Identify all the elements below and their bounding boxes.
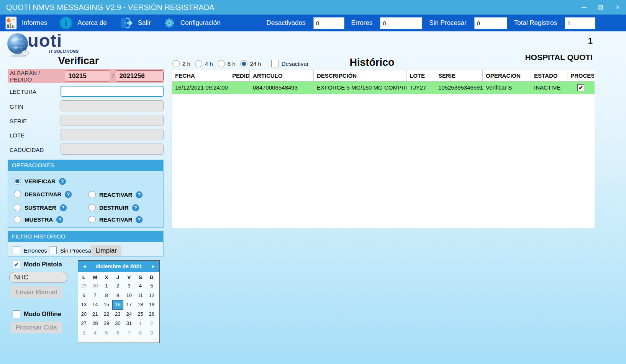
calendar-day[interactable]: 7: [90, 291, 101, 300]
calendar-day[interactable]: 5: [146, 281, 157, 291]
calendar-day[interactable]: 30: [90, 281, 101, 291]
calendar-day[interactable]: 19: [146, 300, 157, 310]
calendar-day[interactable]: 30: [112, 319, 124, 328]
help-icon[interactable]: ?: [56, 216, 63, 223]
calendar-day[interactable]: 21: [90, 310, 101, 319]
calendar-day[interactable]: 27: [78, 319, 90, 328]
calendar-day[interactable]: 7: [123, 328, 135, 338]
help-icon[interactable]: ?: [136, 191, 143, 198]
calendar-day[interactable]: 9: [146, 328, 157, 338]
calendar-day[interactable]: 8: [101, 291, 112, 300]
counter-errores-value[interactable]: 0: [380, 17, 422, 29]
column-header-pedido[interactable]: PEDIDO: [229, 70, 250, 82]
albaran-input[interactable]: 10215: [65, 70, 110, 82]
checkbox-sin-procesar[interactable]: Sin Procesar: [49, 246, 93, 254]
calendar-day[interactable]: 29: [101, 319, 112, 328]
radio-option-reactivar-2[interactable]: REACTIVAR ?: [88, 216, 143, 223]
checkbox-label: Sin Procesar: [60, 247, 93, 254]
calendar-day[interactable]: 15: [101, 300, 112, 310]
calendar-day[interactable]: 14: [90, 300, 101, 310]
limpiar-button[interactable]: Limpiar: [91, 245, 121, 256]
calendar-prev-icon[interactable]: ◄: [78, 264, 90, 269]
calendar-day[interactable]: 2: [146, 319, 157, 328]
calendar-day-selected[interactable]: 16: [112, 300, 124, 310]
checkbox-desactivar[interactable]: Desactivar: [271, 60, 309, 67]
calendar-day[interactable]: 8: [135, 328, 146, 338]
calendar-day[interactable]: 4: [135, 281, 146, 291]
calendar-day[interactable]: 3: [123, 281, 135, 291]
lectura-input[interactable]: [61, 86, 164, 97]
table-row[interactable]: 16/12/2021 09:24:00 08470006548493 EXFOR…: [172, 82, 595, 94]
radio-4h[interactable]: 4 h: [195, 60, 213, 67]
calendar-day[interactable]: 22: [101, 310, 112, 319]
calendar-day[interactable]: 1: [101, 281, 112, 291]
column-header-descripcion[interactable]: DESCRIPCIÓN: [314, 70, 406, 82]
calendar-day[interactable]: 11: [135, 291, 146, 300]
column-header-estado[interactable]: ESTADO: [531, 70, 567, 82]
menu-item-salir[interactable]: Salir: [119, 17, 158, 29]
column-header-serie[interactable]: SERIE: [435, 70, 483, 82]
help-icon[interactable]: ?: [132, 204, 139, 211]
calendar-day[interactable]: 28: [90, 319, 101, 328]
help-icon[interactable]: ?: [136, 216, 143, 223]
radio-label: SUSTRAER: [25, 204, 56, 211]
pedido-input[interactable]: 2021256: [116, 70, 164, 82]
menu-item-acerca-de[interactable]: i Acerca de: [59, 16, 114, 29]
column-header-operacion[interactable]: OPERACION: [483, 70, 531, 82]
calendar-day[interactable]: 4: [90, 328, 101, 338]
calendar-day[interactable]: 20: [78, 310, 90, 319]
counter-total-registros-value[interactable]: 1: [565, 17, 595, 29]
calendar-day[interactable]: 25: [135, 310, 146, 319]
calendar-day[interactable]: 3: [78, 328, 90, 338]
counter-sin-procesar-value[interactable]: 0: [474, 17, 507, 29]
calendar-day[interactable]: 10: [123, 291, 135, 300]
radio-option-sustraer[interactable]: SUSTRAER ?: [14, 204, 67, 211]
calendar-day-names: L M X J V S D: [78, 272, 159, 281]
menu-item-configuracion[interactable]: Configuración: [163, 17, 228, 29]
radio-option-destruir[interactable]: DESTRUIR ?: [88, 204, 139, 211]
calendar-day[interactable]: 9: [112, 291, 124, 300]
calendar-day[interactable]: 17: [123, 300, 135, 310]
calendar-next-icon[interactable]: ►: [147, 264, 159, 269]
column-header-articulo[interactable]: ARTICULO: [250, 70, 314, 82]
filtro-historico-header: FILTRO HISTÓRICO: [8, 231, 163, 242]
radio-option-desactivar[interactable]: DESACTIVAR ?: [14, 191, 72, 198]
help-icon[interactable]: ?: [60, 204, 67, 211]
help-icon[interactable]: ?: [65, 191, 72, 198]
procesado-checkbox[interactable]: ✔: [577, 84, 584, 91]
calendar-day[interactable]: 6: [112, 328, 124, 338]
radio-option-verificar[interactable]: VERIFICAR ?: [14, 178, 66, 185]
radio-24h[interactable]: 24 h: [240, 60, 261, 67]
calendar-day[interactable]: 2: [112, 281, 124, 291]
radio-8h[interactable]: 8 h: [218, 60, 236, 67]
radio-option-reactivar[interactable]: REACTIVAR ?: [88, 191, 143, 198]
minimize-button[interactable]: [575, 0, 592, 15]
calendar-day[interactable]: 1: [135, 319, 146, 328]
counter-desactivados-value[interactable]: 0: [313, 17, 344, 29]
calendar-day[interactable]: 31: [123, 319, 135, 328]
radio-2h[interactable]: 2 h: [172, 60, 190, 67]
calendar-day[interactable]: 12: [146, 291, 157, 300]
cell-estado: INACTIVE: [531, 82, 567, 94]
calendar-day[interactable]: 24: [123, 310, 135, 319]
calendar-day[interactable]: 29: [78, 281, 90, 291]
column-header-fecha[interactable]: FECHA: [172, 70, 229, 82]
calendar-day[interactable]: 6: [78, 291, 90, 300]
calendar-day[interactable]: 5: [101, 328, 112, 338]
maximize-button[interactable]: [592, 0, 609, 15]
close-button[interactable]: ✕: [609, 0, 626, 15]
radio-option-muestra[interactable]: MUESTRA ?: [14, 216, 63, 223]
nhc-input[interactable]: NHC: [9, 272, 67, 283]
day-name: V: [123, 272, 135, 281]
calendar-day[interactable]: 23: [112, 310, 124, 319]
calendar-day[interactable]: 26: [146, 310, 157, 319]
help-icon[interactable]: ?: [59, 178, 66, 185]
calendar-day[interactable]: 13: [78, 300, 90, 310]
checkbox-modo-offline[interactable]: Modo Offline: [13, 310, 61, 318]
calendar-day[interactable]: 18: [135, 300, 146, 310]
column-header-procesado[interactable]: PROCESADO: [567, 70, 594, 82]
checkbox-modo-pistola[interactable]: ✔ Modo Pistola: [13, 261, 62, 268]
checkbox-erroneos[interactable]: Erroneos: [13, 246, 47, 254]
menu-item-informes[interactable]: Informes: [5, 16, 54, 29]
column-header-lote[interactable]: LOTE: [406, 70, 435, 82]
